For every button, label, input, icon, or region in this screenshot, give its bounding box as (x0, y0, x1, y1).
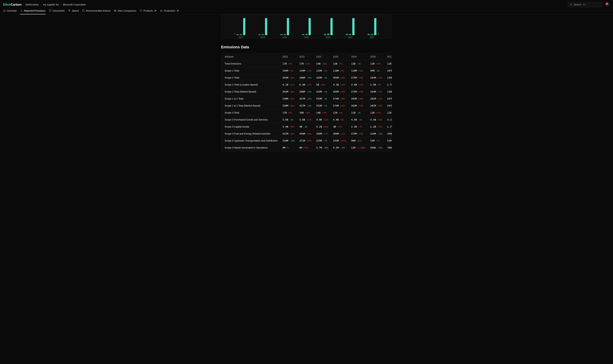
chart-bar[interactable] (371, 34, 373, 35)
tab-label: Spend (72, 9, 79, 12)
cell-value: 5.9B (283, 125, 288, 128)
table-row: Scope 3 Fuel and Energy Related Activiti… (221, 130, 392, 137)
data-cell: 371M+65% (297, 137, 314, 144)
cell-value: 225M (316, 139, 322, 142)
data-cell: 11B (385, 109, 392, 116)
tab-peer-comparison[interactable]: Peer Comparison (114, 9, 136, 14)
chart-bar[interactable] (368, 34, 370, 35)
data-cell: 4.9B+12% (314, 116, 331, 123)
chart-year-group: 2017 (237, 18, 245, 35)
data-cell: 393M+36% (280, 88, 297, 95)
cell-delta: -33% (306, 91, 311, 93)
chart-bar[interactable] (240, 34, 242, 35)
cell-delta: +36% (290, 77, 294, 79)
chart-bar[interactable] (243, 18, 245, 35)
chart-bar[interactable] (327, 33, 329, 35)
cell-value: 96M (351, 139, 355, 142)
topbar-right: Search ⌘K (568, 2, 610, 7)
cell-delta: +10% (377, 119, 382, 121)
data-cell: 350M+17% (314, 130, 331, 137)
brand-logo[interactable]: DitchCarbon (3, 3, 22, 6)
data-cell: 5B+16% (314, 81, 331, 88)
chart-bar[interactable] (265, 18, 267, 35)
cell-delta: +0% (340, 70, 344, 72)
cell-value: 4B (299, 125, 302, 128)
data-cell: 393M+36% (280, 74, 297, 81)
table-column-header: 2018 (368, 53, 385, 60)
data-cell: 270M+23% (349, 130, 368, 137)
search-input[interactable]: Search ⌘K (568, 2, 603, 7)
ai-badge-icon: ✨ (176, 10, 179, 12)
tab-production[interactable]: Production✨ (160, 9, 179, 14)
chart-bar[interactable] (258, 34, 261, 35)
breadcrumb-item[interactable]: DitchCarbon (26, 3, 39, 6)
data-cell: 118M+0% (331, 67, 349, 74)
cell-value: 4.3B (333, 83, 339, 86)
chart-bar[interactable] (346, 34, 348, 35)
chart-bar[interactable] (305, 34, 307, 35)
cell-delta: +4% (288, 63, 292, 65)
cell-delta: +4% (290, 70, 293, 72)
cell-delta: +5% (323, 70, 327, 72)
cell-delta: +2% (339, 112, 343, 114)
cell-value: 553M (316, 104, 322, 107)
chart-bar[interactable] (302, 34, 304, 35)
attribute-cell: Scope 2 Total (221, 74, 280, 81)
cell-value: 3B (333, 125, 336, 128)
dollar-icon (68, 9, 71, 12)
chart-bar[interactable] (262, 34, 264, 35)
data-cell: 12B+10% (368, 109, 385, 116)
cell-value: 118M (351, 69, 357, 72)
tab-overview[interactable]: Overview (3, 9, 17, 14)
cell-value: 12B (333, 62, 337, 65)
chart-bar[interactable] (330, 18, 333, 35)
data-cell: 2.9B+9% (368, 81, 385, 88)
data-cell: 429M-6% (314, 88, 331, 95)
cell-value: 521M (283, 132, 288, 135)
tab-reported-emissions[interactable]: Reported Emissions (20, 9, 45, 14)
chart-bar[interactable] (284, 34, 286, 35)
cell-delta: -40% (323, 147, 328, 149)
cell-delta: +16% (290, 133, 294, 135)
brand-part-ditch: Ditch (3, 3, 11, 6)
breadcrumb-item[interactable]: my supplier list (43, 3, 59, 6)
data-cell: 12B-1% (349, 60, 368, 67)
chart-bar[interactable] (324, 34, 326, 35)
chart-bar[interactable] (374, 18, 376, 35)
data-cell: 318M-14% (280, 137, 297, 144)
tab-spend[interactable]: Spend (68, 9, 79, 14)
cell-value: 300M (333, 132, 339, 135)
data-cell: 250M (385, 130, 392, 137)
table-column-header: 2019 (349, 53, 368, 60)
cell-delta: +19% (322, 112, 327, 114)
data-cell: 220M-12% (368, 130, 385, 137)
data-cell: 183M+32% (368, 74, 385, 81)
chart-bar[interactable] (349, 34, 351, 35)
cell-value: 52M (387, 139, 391, 142)
tab-recommended-actions[interactable]: Recommended Actions (82, 9, 110, 14)
cell-delta: +15% (377, 98, 382, 100)
breadcrumb-item[interactable]: Microsoft Corporation (63, 3, 86, 6)
data-cell: 427M-23% (297, 102, 314, 109)
cell-value: 538M (283, 104, 288, 107)
data-cell: 521M+16% (280, 130, 297, 137)
cell-value: 275M (351, 76, 357, 79)
cell-delta: +0% (340, 119, 344, 121)
chart-bar[interactable] (237, 34, 239, 35)
tab-documents[interactable]: Documents (49, 9, 65, 14)
cell-delta: -4% (304, 126, 307, 128)
data-cell: 8.1B+27% (280, 81, 297, 88)
chart-bar[interactable] (308, 18, 311, 35)
cell-value: 11B (387, 111, 391, 114)
chart-bar[interactable] (287, 18, 289, 35)
avatar[interactable] (605, 2, 610, 7)
tab-label: Products (144, 9, 153, 12)
cell-delta: +50% (358, 91, 363, 93)
cell-delta: +26% (290, 105, 294, 107)
cell-value: 3.6B (351, 83, 357, 86)
cell-value: 8M (283, 146, 285, 149)
brand-and-breadcrumb: DitchCarbon › DitchCarbon › my supplier … (3, 3, 86, 6)
chart-bar[interactable] (280, 34, 283, 35)
chart-bar[interactable] (352, 18, 355, 35)
tab-products[interactable]: Products✨ (140, 9, 157, 14)
